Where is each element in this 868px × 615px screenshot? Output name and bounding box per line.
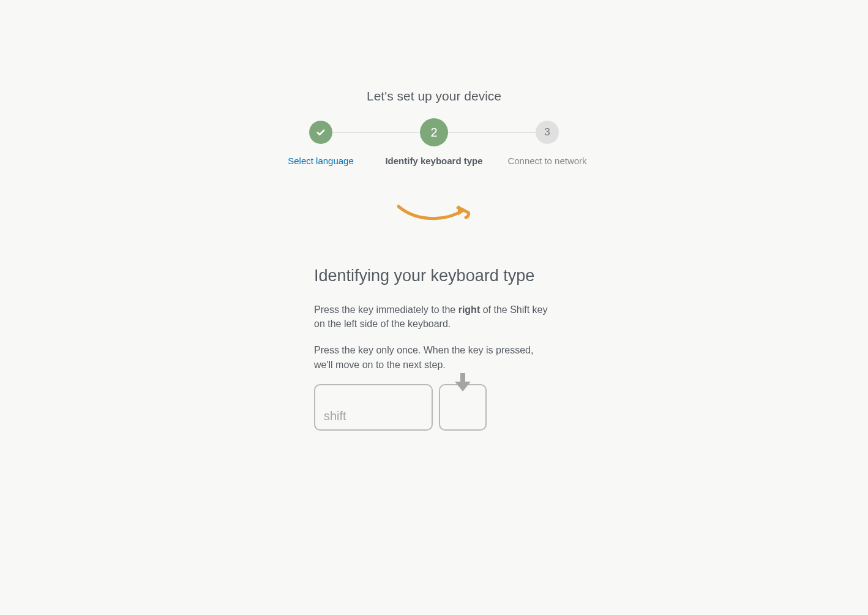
content-panel: Identifying your keyboard type Press the… [314, 266, 554, 431]
step-connect-network: 3 Connect to network [507, 121, 587, 166]
target-key-icon [439, 384, 487, 431]
arrow-down-icon [455, 373, 471, 395]
instruction-text: Press the key immediately to the right o… [314, 303, 554, 331]
step-number-icon: 2 [420, 118, 448, 146]
checkmark-icon [309, 121, 332, 144]
content-heading: Identifying your keyboard type [314, 266, 554, 285]
text-bold: right [458, 304, 481, 315]
keyboard-illustration: shift [314, 384, 554, 431]
step-label[interactable]: Select language [288, 156, 354, 166]
shift-key-icon: shift [314, 384, 433, 431]
step-identify-keyboard: 2 Identify keyboard type [394, 121, 474, 166]
key-label: shift [324, 409, 346, 423]
step-label: Identify keyboard type [385, 156, 482, 166]
instruction-text: Press the key only once. When the key is… [314, 343, 554, 371]
stepper: Select language 2 Identify keyboard type… [281, 121, 587, 166]
step-number-icon: 3 [536, 121, 559, 144]
amazon-smile-icon [397, 204, 471, 228]
step-select-language[interactable]: Select language [281, 121, 361, 166]
text: Press the key immediately to the [314, 304, 458, 315]
page-title: Let's set up your device [367, 89, 501, 104]
step-label: Connect to network [507, 156, 586, 166]
